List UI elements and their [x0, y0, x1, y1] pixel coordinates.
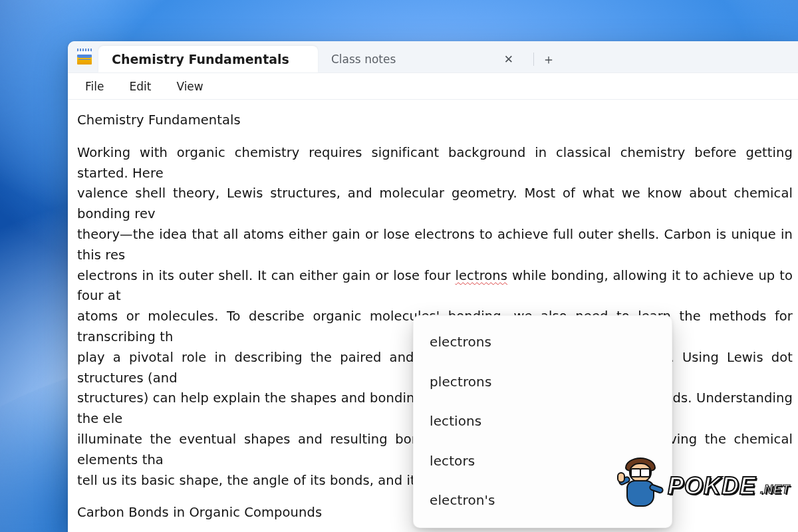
tab-close-button[interactable]: ✕	[500, 50, 517, 68]
tab-label: Chemistry Fundamentals	[112, 52, 289, 66]
doc-title: Chemistry Fundamentals	[77, 110, 793, 131]
watermark-tld: .NET	[760, 483, 790, 497]
menu-file[interactable]: File	[74, 76, 114, 97]
desktop-wallpaper: Chemistry Fundamentals Class notes ✕ ＋ F…	[0, 0, 798, 532]
menubar: File Edit View	[68, 73, 798, 100]
new-tab-button[interactable]: ＋	[537, 47, 561, 71]
notepad-app-icon	[77, 49, 92, 65]
mascot-icon	[617, 458, 665, 515]
tab-separator	[533, 53, 534, 66]
body-line: electrons in its outer shell. It can eit…	[77, 266, 793, 307]
misspelled-word[interactable]: lectrons	[455, 268, 507, 283]
spellcheck-suggestion[interactable]: plectrons	[414, 362, 672, 402]
menu-edit[interactable]: Edit	[118, 76, 162, 97]
titlebar[interactable]: Chemistry Fundamentals Class notes ✕ ＋	[68, 41, 798, 73]
tab-chemistry-fundamentals[interactable]: Chemistry Fundamentals	[98, 46, 318, 72]
tab-class-notes[interactable]: Class notes ✕	[318, 46, 531, 72]
watermark: POKDE .NET	[617, 458, 790, 515]
body-line: theory—the idea that all atoms either ga…	[77, 225, 793, 266]
spellcheck-suggestion[interactable]: lections	[414, 402, 672, 442]
body-line: Working with organic chemistry requires …	[77, 143, 793, 184]
body-line: valence shell theory, Lewis structures, …	[77, 184, 793, 225]
tab-label: Class notes	[331, 53, 396, 66]
spellcheck-suggestion[interactable]: electrons	[414, 323, 672, 362]
watermark-brand: POKDE	[668, 472, 756, 500]
menu-view[interactable]: View	[166, 76, 213, 97]
